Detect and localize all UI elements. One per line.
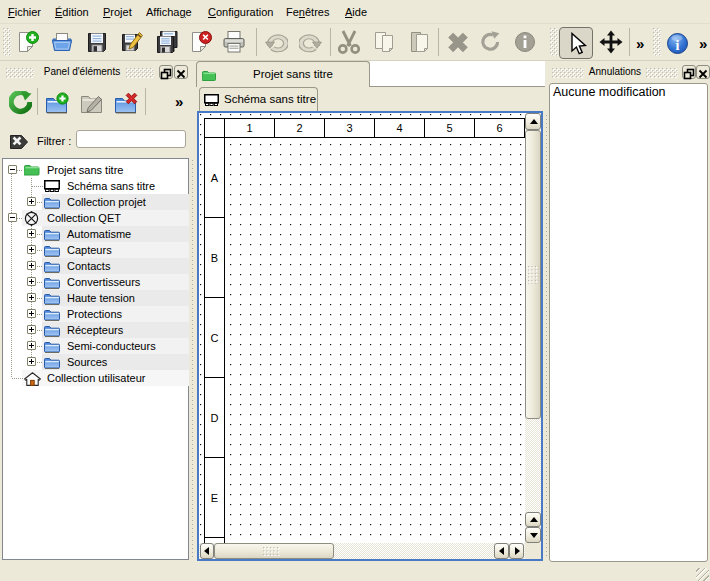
svg-text:i: i [676, 38, 680, 53]
